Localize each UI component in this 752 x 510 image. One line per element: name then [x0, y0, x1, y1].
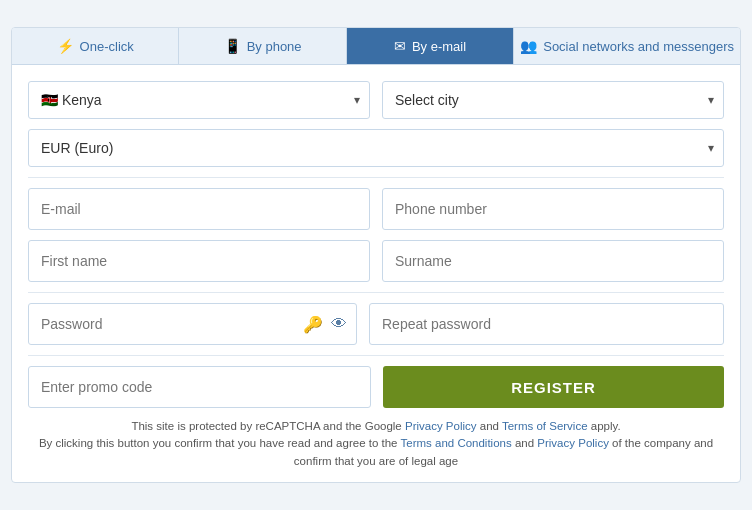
privacy2-link[interactable]: Privacy Policy: [537, 437, 609, 449]
password-row: 🔑 👁: [28, 303, 724, 345]
divider-1: [28, 177, 724, 178]
country-select[interactable]: 🇰🇪 Kenya: [28, 81, 370, 119]
people-icon: 👥: [520, 38, 537, 54]
city-select-wrap: Select city ▾: [382, 81, 724, 119]
divider-2: [28, 292, 724, 293]
tab-by-phone[interactable]: 📱 By phone: [179, 28, 346, 64]
tab-by-email[interactable]: ✉ By e-mail: [347, 28, 514, 64]
divider-3: [28, 355, 724, 356]
tab-social-label: Social networks and messengers: [543, 39, 734, 54]
promo-register-row: REGISTER: [28, 366, 724, 408]
email-icon: ✉: [394, 38, 406, 54]
form-body: 🇰🇪 Kenya ▾ Select city ▾ EUR (Euro) ▾: [12, 65, 740, 482]
legal-line2: By clicking this button you confirm that…: [39, 437, 713, 466]
phone-icon: 📱: [224, 38, 241, 54]
legal-text: This site is protected by reCAPTCHA and …: [28, 418, 724, 470]
currency-select[interactable]: EUR (Euro): [28, 129, 724, 167]
tab-one-click[interactable]: ⚡ One-click: [12, 28, 179, 64]
first-name-input[interactable]: [28, 240, 370, 282]
tab-one-click-label: One-click: [80, 39, 134, 54]
password-wrap: 🔑 👁: [28, 303, 357, 345]
tab-bar: ⚡ One-click 📱 By phone ✉ By e-mail 👥 Soc…: [12, 28, 740, 65]
surname-input[interactable]: [382, 240, 724, 282]
phone-input[interactable]: [382, 188, 724, 230]
privacy-policy-link[interactable]: Privacy Policy: [405, 420, 477, 432]
terms2-link[interactable]: Terms and Conditions: [401, 437, 512, 449]
eye-icon[interactable]: 👁: [331, 315, 347, 334]
register-button[interactable]: REGISTER: [383, 366, 724, 408]
repeat-password-input[interactable]: [369, 303, 724, 345]
lightning-icon: ⚡: [57, 38, 74, 54]
key-icon[interactable]: 🔑: [303, 315, 323, 334]
currency-row: EUR (Euro) ▾: [28, 129, 724, 167]
tab-by-email-label: By e-mail: [412, 39, 466, 54]
currency-select-wrap: EUR (Euro) ▾: [28, 129, 724, 167]
tab-by-phone-label: By phone: [247, 39, 302, 54]
tab-social[interactable]: 👥 Social networks and messengers: [514, 28, 740, 64]
promo-input[interactable]: [28, 366, 371, 408]
email-phone-row: [28, 188, 724, 230]
email-input[interactable]: [28, 188, 370, 230]
country-city-row: 🇰🇪 Kenya ▾ Select city ▾: [28, 81, 724, 119]
legal-line1: This site is protected by reCAPTCHA and …: [131, 420, 620, 432]
name-row: [28, 240, 724, 282]
terms-link[interactable]: Terms of Service: [502, 420, 588, 432]
city-select[interactable]: Select city: [382, 81, 724, 119]
password-icon-group: 🔑 👁: [303, 315, 347, 334]
country-select-wrap: 🇰🇪 Kenya ▾: [28, 81, 370, 119]
registration-card: ⚡ One-click 📱 By phone ✉ By e-mail 👥 Soc…: [11, 27, 741, 483]
